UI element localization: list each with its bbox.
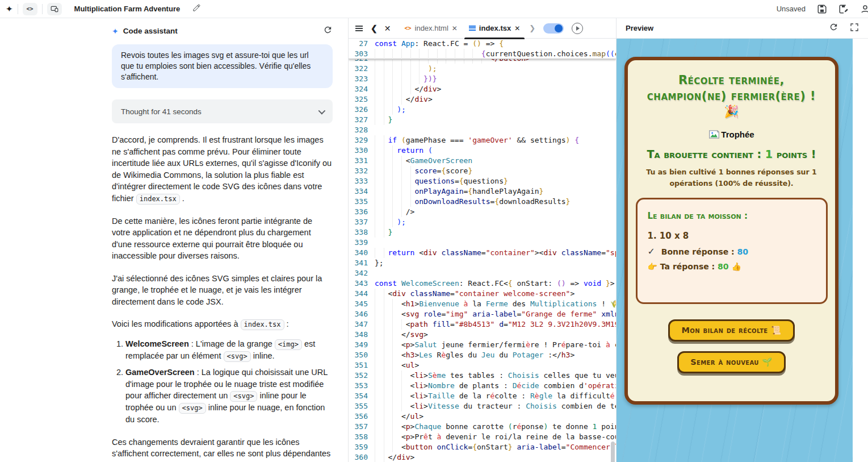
auto-run-toggle[interactable] [543, 23, 564, 34]
code-line: 325</div> [349, 94, 616, 105]
line-number: 344 [349, 289, 368, 299]
indent-guides [375, 166, 414, 176]
code-view-button[interactable]: <> [23, 3, 37, 15]
code-assistant-panel: ✦ Code assistant Revois toutes les image… [0, 18, 349, 462]
tab-scroll-left-button[interactable]: ❮ [371, 24, 378, 33]
line-number: 303 [349, 49, 368, 59]
indent-guides [375, 176, 414, 186]
indent-guides [375, 309, 401, 319]
indent-guides [375, 360, 401, 371]
chat-header: ✦ Code assistant [112, 18, 333, 37]
code-line: 333questions={questions} [349, 176, 616, 186]
harvest-report-button[interactable]: Mon bilan de récolte 📜 [668, 319, 794, 342]
indent-guides [375, 217, 397, 227]
line-number: 358 [349, 432, 368, 442]
save-status: Unsaved [777, 5, 806, 13]
save-as-button[interactable] [838, 4, 849, 14]
tab-index-html[interactable]: <> index.html ✕ [399, 18, 463, 39]
assistant-response: D'accord, je comprends. Il est frustrant… [112, 134, 333, 462]
code-line: 343const WelcomeScreen: React.FC<{ onSta… [349, 278, 616, 289]
run-button[interactable] [572, 23, 583, 34]
code-line: 329if (gamePhase === 'gameOver' && setti… [349, 135, 616, 145]
indent-guides [375, 330, 401, 340]
chat-refresh-button[interactable] [323, 25, 333, 37]
code-line: 340return <div className="container"><di… [349, 248, 616, 258]
code-line: 323})} [349, 74, 616, 84]
code-line: 352<li>Sème tes tables : Choisis celles … [349, 371, 616, 381]
preview-panel: Preview Récolte terminée, champion(ne) f… [617, 18, 868, 462]
code-line: 348</svg> [349, 330, 616, 340]
fullscreen-icon [850, 23, 859, 32]
project-title: Multiplication Farm Adventure [74, 5, 181, 13]
editor-scrollbar-thumb[interactable] [611, 442, 615, 462]
preview-title: Preview [626, 24, 653, 32]
your-answer-row: 👉 Ta réponse : 80 👍 [648, 262, 816, 271]
indent-guides [375, 197, 414, 207]
report-operation: 1. 10 x 8 [648, 231, 816, 241]
correct-answer-value: 80 [737, 247, 748, 256]
code-line: 327} [349, 115, 616, 125]
line-number: 336 [349, 207, 368, 217]
preview-fullscreen-button[interactable] [850, 23, 859, 34]
harvest-report-box: Le bilan de ta moisson : 1. 10 x 8 ✓ Bon… [636, 198, 828, 304]
tsx-file-icon [469, 26, 476, 31]
preview-refresh-button[interactable] [829, 22, 838, 34]
score-line: Ta brouette contient : 1 points ! [628, 148, 835, 160]
code-line: 328 [349, 125, 616, 135]
indent-guides [375, 49, 481, 59]
line-number: 332 [349, 166, 368, 176]
game-over-title: Récolte terminée, champion(ne) fermier(è… [638, 73, 825, 120]
code-line: 355<li>Vitesse du tracteur : Choisis com… [349, 401, 616, 411]
code-editor-panel: ❮ ✕ <> index.html ✕ index.tsx ✕ ❯ 27cons… [349, 18, 617, 462]
bold-text: WelcomeScreen [125, 339, 189, 348]
line-number: 345 [349, 299, 368, 309]
indent-guides [375, 401, 410, 411]
line-number: 346 [349, 309, 368, 319]
line-number: 335 [349, 197, 368, 207]
overflow-icon-partial[interactable] [860, 4, 868, 14]
code-icon: <> [27, 6, 33, 12]
line-number: 340 [349, 248, 368, 258]
tab-scroll-right-button[interactable]: ❯ [529, 24, 535, 32]
assistant-numbered-list: WelcomeScreen : L'image de la grange <im… [112, 338, 333, 426]
line-number: 324 [349, 84, 368, 94]
app-top-bar: ✦ <> Multiplication Farm Adventure Unsav… [0, 0, 868, 18]
assistant-paragraph: De cette manière, les icônes feront part… [112, 215, 333, 262]
tab-index-tsx[interactable]: index.tsx ✕ [463, 18, 526, 39]
device-preview-button[interactable] [47, 3, 62, 15]
refresh-icon [829, 22, 838, 32]
code-line: 357<p>Chaque bonne carotte (réponse) te … [349, 422, 616, 432]
line-number: 338 [349, 227, 368, 238]
close-all-button[interactable]: ✕ [384, 24, 391, 33]
chat-header-title: Code assistant [123, 27, 178, 35]
app-logo-sparkle-icon: ✦ [6, 4, 13, 14]
indent-guides [375, 186, 414, 197]
code-line: 345<h1>Bienvenue à la Ferme des Multipli… [349, 299, 616, 309]
indent-guides [375, 289, 388, 299]
correct-answer-row: ✓ Bonne réponse : 80 [648, 246, 816, 257]
line-number: 328 [349, 125, 368, 135]
close-tab-icon[interactable]: ✕ [452, 24, 458, 32]
line-number: 323 [349, 74, 368, 84]
rename-project-button[interactable] [192, 3, 201, 14]
code-line: 338} [349, 227, 616, 238]
sticky-scroll-lines: 27const App: React.FC = () => {303{curre… [349, 39, 616, 59]
indent-guides [375, 115, 388, 125]
file-list-icon[interactable] [355, 26, 363, 31]
code-editor-body[interactable]: 27const App: React.FC = () => {303{curre… [349, 39, 616, 462]
report-heading: Le bilan de ta moisson : [648, 211, 816, 221]
play-icon [576, 26, 580, 31]
line-number: 354 [349, 391, 368, 401]
save-button[interactable] [817, 4, 827, 14]
line-number: 27 [349, 39, 368, 49]
thought-accordion[interactable]: Thought for 41 seconds [112, 99, 333, 123]
assistant-paragraph: D'accord, je comprends. Il est frustrant… [112, 134, 333, 205]
close-tab-icon[interactable]: ✕ [514, 24, 520, 32]
line-number: 337 [349, 217, 368, 227]
code-line: 359<button onClick={onStart} aria-label=… [349, 442, 616, 452]
line-number: 327 [349, 115, 368, 125]
play-again-button[interactable]: Semer à nouveau 🌱 [677, 351, 786, 373]
line-number: 331 [349, 156, 368, 166]
code-line: 346<svg role="img" aria-label="Grange de… [349, 309, 616, 319]
line-number: 360 [349, 452, 368, 462]
